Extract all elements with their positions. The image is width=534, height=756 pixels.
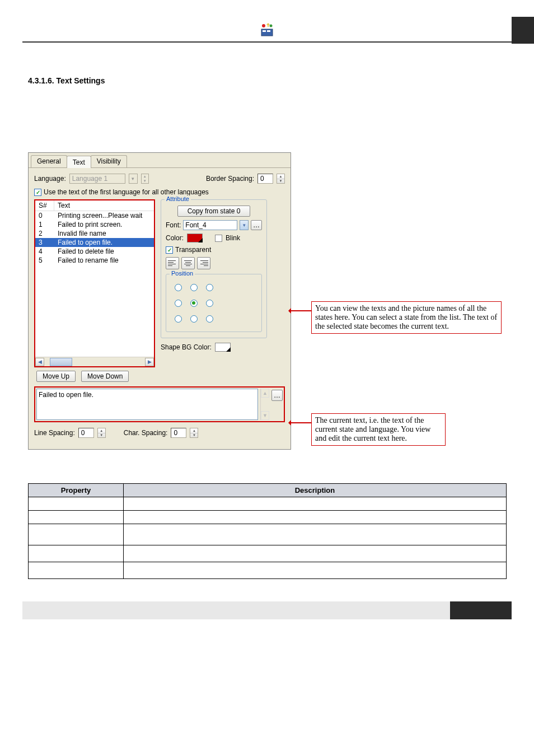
line-spacing-spinner[interactable]: ▲▼ <box>97 428 106 438</box>
language-dropdown-icon: ▾ <box>129 174 138 184</box>
tab-text[interactable]: Text <box>67 156 91 168</box>
color-swatch[interactable] <box>187 234 203 242</box>
column-header-s: S# <box>35 200 54 211</box>
column-header-text: Text <box>54 200 154 211</box>
border-spacing-label: Border Spacing: <box>206 175 254 183</box>
char-spacing-spinner[interactable]: ▲▼ <box>190 428 198 438</box>
scroll-thumb[interactable] <box>50 358 72 366</box>
list-item[interactable]: 0Printing screen...Please wait <box>35 211 154 220</box>
list-item[interactable]: 4Failed to delete file <box>35 247 154 256</box>
textarea-scroll-up-icon: ▲ <box>261 389 269 398</box>
pos-top-right-radio[interactable] <box>206 284 213 291</box>
font-browse-button[interactable]: … <box>251 220 262 230</box>
left-column: S# Text 0Printing screen...Please wait1F… <box>34 199 155 382</box>
table-row <box>29 545 507 562</box>
svg-rect-2 <box>267 30 270 32</box>
svg-rect-1 <box>263 30 266 32</box>
blink-checkbox[interactable] <box>215 235 222 242</box>
align-right-button[interactable] <box>197 257 210 269</box>
table-header-property: Property <box>29 484 124 497</box>
pos-top-center-radio[interactable] <box>190 284 198 291</box>
list-item[interactable]: 1Failed to print screen. <box>35 220 154 229</box>
list-item[interactable]: 2Invalid file name <box>35 229 154 238</box>
list-horizontal-scrollbar[interactable]: ◀ ▶ <box>35 357 154 366</box>
svg-point-4 <box>270 25 273 27</box>
language-spinner: ▲▼ <box>141 174 149 184</box>
char-spacing-input[interactable]: 0 <box>171 428 186 438</box>
use-first-language-checkbox[interactable]: ✓ <box>34 189 41 196</box>
transparent-label: Transparent <box>175 246 211 254</box>
pos-bot-center-radio[interactable] <box>190 315 198 323</box>
border-spacing-spinner[interactable]: ▲▼ <box>277 174 285 184</box>
footer-bar <box>22 601 512 619</box>
property-table: Property Description <box>28 483 507 579</box>
line-spacing-label: Line Spacing: <box>34 429 75 437</box>
table-row <box>29 497 507 511</box>
language-combo: Language 1 <box>69 174 125 184</box>
border-spacing-input[interactable]: 0 <box>257 174 273 184</box>
svg-rect-0 <box>261 29 273 36</box>
move-up-button[interactable]: Move Up <box>36 371 76 382</box>
pos-bot-right-radio[interactable] <box>206 315 213 323</box>
list-item[interactable]: 3Failed to open file. <box>35 238 154 247</box>
scroll-right-icon[interactable]: ▶ <box>145 358 154 366</box>
table-row <box>29 511 507 524</box>
right-column: Attribute Copy from state 0 Font: Font_4… <box>161 199 267 382</box>
text-browse-button[interactable]: … <box>271 390 283 401</box>
font-dropdown-icon[interactable]: ▾ <box>240 220 249 230</box>
section-heading: 4.3.1.6. Text Settings <box>28 76 506 85</box>
list-item[interactable]: 5Failed to rename file <box>35 256 154 265</box>
state-text-list[interactable]: S# Text 0Printing screen...Please wait1F… <box>34 199 155 367</box>
char-spacing-label: Char. Spacing: <box>124 429 168 437</box>
line-spacing-input[interactable]: 0 <box>78 428 94 438</box>
svg-point-3 <box>262 24 265 27</box>
copy-from-state-button[interactable]: Copy from state 0 <box>177 206 250 217</box>
callout-arrow-1 <box>289 310 311 311</box>
move-down-button[interactable]: Move Down <box>81 371 129 382</box>
color-label: Color: <box>166 234 184 242</box>
language-label: Language: <box>34 175 66 183</box>
blink-label: Blink <box>226 234 240 242</box>
pos-bot-left-radio[interactable] <box>175 315 182 323</box>
callout-list-description: You can view the texts and the picture n… <box>311 301 502 334</box>
tab-visibility[interactable]: Visibility <box>91 155 127 167</box>
table-header-description: Description <box>124 484 507 497</box>
shape-bg-label: Shape BG Color: <box>161 343 212 351</box>
table-row <box>29 524 507 545</box>
transparent-checkbox[interactable]: ✓ <box>166 246 173 254</box>
callout-arrow-2 <box>289 422 311 423</box>
pos-mid-left-radio[interactable] <box>175 300 182 307</box>
current-text-wrap: Failed to open file. ▲ ▼ … <box>34 386 285 422</box>
position-group: Position <box>166 274 262 332</box>
table-row <box>29 562 507 579</box>
position-legend: Position <box>170 270 195 277</box>
header-rule <box>22 0 512 43</box>
textarea-scrollbar: ▲ ▼ <box>260 389 269 420</box>
font-label: Font: <box>166 221 181 229</box>
pos-mid-right-radio[interactable] <box>206 300 213 307</box>
use-first-language-label: Use the text of the first language for a… <box>44 188 209 196</box>
text-settings-dialog: General Text Visibility Language: Langua… <box>28 152 291 450</box>
tab-bar: General Text Visibility <box>29 153 291 168</box>
align-left-button[interactable] <box>166 257 179 269</box>
footer-dark-block <box>450 601 512 619</box>
callout-current-text-description: The current text, i.e. the text of the c… <box>311 413 446 446</box>
scroll-left-icon[interactable]: ◀ <box>35 358 44 366</box>
pos-top-left-radio[interactable] <box>175 284 182 291</box>
textarea-scroll-down-icon: ▼ <box>261 411 269 420</box>
header-logo-icon <box>259 22 275 40</box>
attribute-group: Attribute Copy from state 0 Font: Font_4… <box>161 199 267 338</box>
align-center-button[interactable] <box>181 257 195 269</box>
attribute-legend: Attribute <box>165 195 191 202</box>
shape-bg-color-swatch[interactable] <box>215 343 231 352</box>
font-combo[interactable]: Font_4 <box>183 220 237 230</box>
pos-mid-center-radio[interactable] <box>190 300 198 307</box>
current-text-input[interactable]: Failed to open file. <box>36 389 258 420</box>
header-dark-block <box>512 17 534 44</box>
tab-general[interactable]: General <box>31 155 67 167</box>
